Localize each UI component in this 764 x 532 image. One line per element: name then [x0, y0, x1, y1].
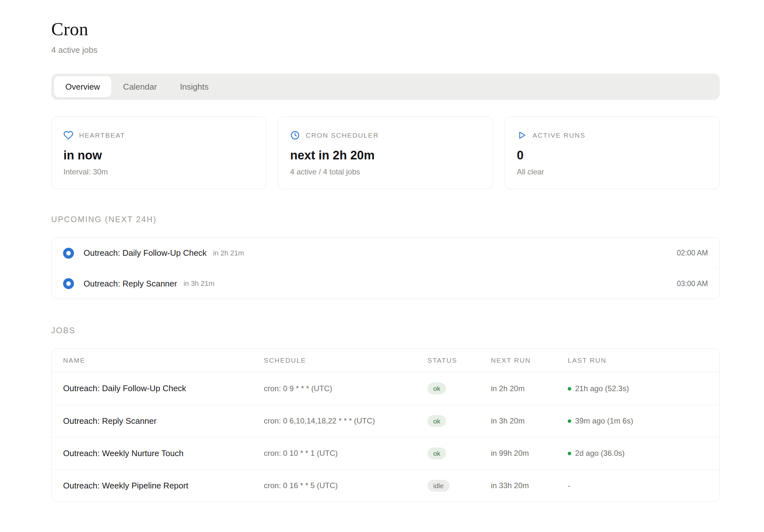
stat-cards: HEARTBEAT in now Interval: 30m CRON SCHE… [51, 116, 720, 189]
upcoming-list: Outreach: Daily Follow-Up Check in 2h 21… [51, 238, 720, 299]
tab-insights[interactable]: Insights [168, 76, 220, 97]
jobs-table: NAME SCHEDULE STATUS NEXT RUN LAST RUN O… [51, 349, 720, 502]
upcoming-job-name: Outreach: Daily Follow-Up Check [84, 248, 207, 258]
stat-value: 0 [517, 148, 708, 162]
stat-sub: All clear [517, 167, 708, 176]
jobs-table-header: NAME SCHEDULE STATUS NEXT RUN LAST RUN [52, 349, 719, 372]
upcoming-job-name: Outreach: Reply Scanner [84, 279, 177, 289]
upcoming-relative-time: in 3h 21m [183, 279, 215, 288]
job-schedule: cron: 0 9 * * * (UTC) [264, 384, 428, 393]
page-subtitle: 4 active jobs [51, 45, 720, 55]
table-row: Outreach: Weekly Nurture Touch cron: 0 1… [52, 437, 719, 469]
upcoming-item: Outreach: Daily Follow-Up Check in 2h 21… [52, 238, 719, 268]
job-schedule: cron: 0 6,10,14,18,22 * * * (UTC) [264, 417, 428, 426]
job-schedule: cron: 0 16 * * 5 (UTC) [264, 481, 428, 490]
column-header-schedule: SCHEDULE [264, 357, 428, 364]
stat-value: in now [64, 148, 254, 162]
stat-card-heartbeat: HEARTBEAT in now Interval: 30m [51, 116, 267, 189]
tab-overview[interactable]: Overview [54, 76, 111, 97]
stat-sub: Interval: 30m [64, 167, 254, 176]
heart-icon [64, 130, 73, 140]
upcoming-item: Outreach: Reply Scanner in 3h 21m 03:00 … [52, 268, 719, 299]
status-badge: ok [428, 383, 446, 394]
page: Cron 4 active jobs Overview Calendar Ins… [51, 0, 720, 502]
jobs-heading: JOBS [51, 326, 720, 335]
column-header-next-run: NEXT RUN [491, 357, 568, 364]
job-last-run: 39m ago (1m 6s) [568, 417, 708, 426]
upcoming-clock-time: 02:00 AM [677, 249, 708, 258]
job-dot-icon [63, 248, 74, 259]
job-next-run: in 33h 20m [491, 481, 568, 490]
table-row: Outreach: Daily Follow-Up Check cron: 0 … [52, 372, 719, 405]
column-header-last-run: LAST RUN [568, 357, 708, 364]
job-next-run: in 3h 20m [491, 417, 568, 426]
success-dot-icon [568, 419, 571, 423]
job-last-run: 2d ago (36.0s) [568, 449, 708, 458]
tab-calendar[interactable]: Calendar [111, 76, 168, 97]
upcoming-relative-time: in 2h 21m [213, 249, 244, 258]
table-row: Outreach: Weekly Pipeline Report cron: 0… [52, 469, 719, 502]
table-row: Outreach: Reply Scanner cron: 0 6,10,14,… [52, 405, 719, 437]
success-dot-icon [568, 452, 571, 455]
job-next-run: in 99h 20m [491, 449, 568, 458]
stat-label: ACTIVE RUNS [532, 131, 585, 139]
stat-card-cron-scheduler: CRON SCHEDULER next in 2h 20m 4 active /… [278, 116, 493, 189]
status-badge: ok [428, 447, 446, 459]
status-badge: idle [428, 480, 450, 492]
stat-sub: 4 active / 4 total jobs [290, 167, 481, 176]
job-last-run: - [568, 481, 708, 490]
stat-card-active-runs: ACTIVE RUNS 0 All clear [505, 116, 720, 189]
upcoming-heading: UPCOMING (NEXT 24H) [51, 215, 720, 224]
play-icon [517, 130, 527, 140]
job-name: Outreach: Weekly Pipeline Report [63, 481, 264, 491]
stat-label: CRON SCHEDULER [306, 131, 379, 139]
clock-icon [290, 130, 300, 140]
job-next-run: in 2h 20m [491, 384, 568, 393]
success-dot-icon [568, 387, 571, 391]
page-title: Cron [51, 19, 720, 39]
status-badge: ok [428, 415, 446, 427]
job-dot-icon [63, 278, 74, 289]
tab-bar: Overview Calendar Insights [51, 74, 720, 100]
stat-label: HEARTBEAT [79, 131, 125, 139]
column-header-name: NAME [63, 357, 264, 364]
stat-value: next in 2h 20m [290, 148, 481, 162]
job-name: Outreach: Weekly Nurture Touch [63, 448, 264, 458]
column-header-status: STATUS [428, 357, 491, 364]
job-last-run: 21h ago (52.3s) [568, 384, 708, 393]
job-name: Outreach: Reply Scanner [63, 416, 264, 426]
upcoming-clock-time: 03:00 AM [677, 279, 708, 288]
job-name: Outreach: Daily Follow-Up Check [63, 384, 264, 393]
job-schedule: cron: 0 10 * * 1 (UTC) [264, 449, 428, 458]
